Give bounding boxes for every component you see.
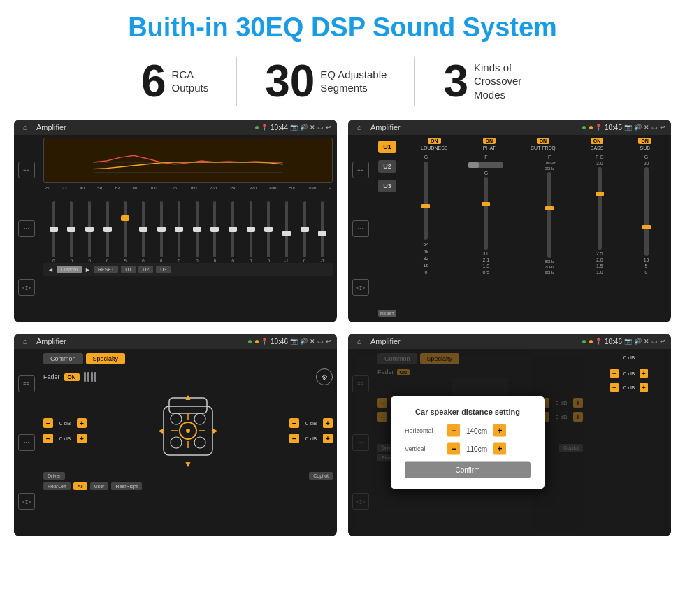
home-icon-3[interactable]: ⌂ [20, 336, 31, 347]
dist-horizontal-label: Horizontal [405, 427, 443, 434]
cr-on-cutfreq[interactable]: ON [537, 138, 550, 144]
fd-btn-driver[interactable]: Driver [43, 472, 65, 480]
eq-u3-btn[interactable]: U3 [156, 266, 171, 273]
cam-icon-3: 📷 [290, 338, 298, 345]
status-bar-3: ⌂ Amplifier 📍 10:46 📷 🔊 ✕ ▭ ↩ [14, 334, 337, 349]
dist-vertical-plus[interactable]: + [493, 443, 506, 455]
eq-u2-btn[interactable]: U2 [138, 266, 153, 273]
dist-right-panel: 0 dB − 0 dB + − 0 dB + [587, 349, 671, 536]
dist-db-row-2: − 0 dB + [610, 383, 648, 392]
dist-icon-1: ≡≡ [352, 375, 369, 392]
eq-icon-1[interactable]: ≡≡ [18, 162, 35, 178]
screen1-title: Amplifier [36, 123, 252, 131]
screen-crossover: ⌂ Amplifier 📍 10:45 📷 🔊 ✕ ▭ ↩ ≡≡ 〰 ◁▷ [348, 120, 671, 322]
fd-right-arrow[interactable]: ► [211, 426, 219, 436]
eq-u1-btn[interactable]: U1 [121, 266, 136, 273]
cr-reset-btn[interactable]: RESET [378, 310, 396, 317]
fd-on-btn[interactable]: ON [64, 373, 80, 381]
cr-u2-btn[interactable]: U2 [378, 160, 396, 173]
rect-icon-2: ▭ [651, 124, 658, 131]
cr-u3-btn[interactable]: U3 [378, 180, 396, 192]
fd-btn-all[interactable]: All [73, 482, 87, 490]
screen-fader: ⌂ Amplifier 📍 10:46 📷 🔊 ✕ ▭ ↩ ≡≡ 〰 ◁▷ [14, 334, 337, 536]
fd-bottom-btns-2: RearLeft All User RearRight [43, 482, 333, 490]
home-icon-4[interactable]: ⌂ [354, 336, 365, 347]
dist-vertical-minus[interactable]: − [447, 443, 460, 455]
fd-up-arrow[interactable]: ▲ [184, 392, 192, 402]
fd-settings-icon[interactable]: ⚙ [316, 368, 333, 385]
screen3-title: Amplifier [36, 337, 245, 345]
x-icon-2: ✕ [644, 124, 649, 131]
fd-btn-rearleft[interactable]: RearLeft [43, 482, 71, 490]
eq-custom-btn[interactable]: Custom [57, 266, 82, 273]
eq-sidebar: ≡≡ 〰 ◁▷ [14, 135, 39, 322]
stats-row: 6 RCAOutputs 30 EQ AdjustableSegments 3 … [0, 51, 685, 117]
dist-icon-3: ◁▷ [352, 493, 369, 510]
fd-plus-rr[interactable]: + [323, 434, 333, 443]
eq-prev-btn[interactable]: ◄ [48, 266, 54, 273]
cr-eq-icon-2[interactable]: 〰 [352, 220, 369, 237]
eq-play-btn[interactable]: ► [85, 266, 91, 273]
dist-vertical-label: Vertical [405, 445, 443, 452]
time-2: 10:45 [605, 124, 622, 131]
fd-down-arrow[interactable]: ▼ [184, 459, 192, 469]
fd-sidebar: ≡≡ 〰 ◁▷ [14, 349, 39, 536]
fd-minus-fl[interactable]: − [43, 418, 53, 428]
fd-btn-rearright[interactable]: RearRight [111, 482, 142, 490]
stat-rca: 6 RCAOutputs [113, 59, 236, 103]
cr-eq-icon-1[interactable]: ≡≡ [352, 162, 369, 178]
dist-db-minus-2[interactable]: − [610, 383, 619, 392]
dist-confirm-btn[interactable]: Confirm [405, 462, 531, 478]
cr-on-sub[interactable]: ON [638, 138, 651, 144]
dist-vertical-row: Vertical − 110cm + [405, 443, 531, 455]
svg-point-6 [194, 413, 206, 424]
cr-on-loudness[interactable]: ON [428, 138, 441, 144]
cr-on-phat[interactable]: ON [483, 138, 496, 144]
home-icon-2[interactable]: ⌂ [354, 122, 365, 133]
fd-plus-fr[interactable]: + [323, 418, 333, 428]
stat-eq: 30 EQ AdjustableSegments [237, 59, 414, 103]
fd-icon-3[interactable]: ◁▷ [18, 493, 35, 510]
fd-btn-user[interactable]: User [90, 482, 109, 490]
fd-minus-rr[interactable]: − [289, 434, 299, 443]
fd-plus-fl[interactable]: + [77, 418, 87, 428]
eq-icon-3[interactable]: ◁▷ [18, 279, 35, 296]
status-icons-1: 📍 10:44 📷 🔊 ✕ ▭ ↩ [255, 124, 331, 131]
cr-headers: ON LOUDNESS ON PHAT ON CUT FREQ ON BASS [404, 138, 668, 150]
fd-db-rl: − 0 dB + [43, 434, 87, 443]
svg-point-10 [186, 429, 190, 433]
fd-icon-2[interactable]: 〰 [18, 434, 35, 451]
fd-btn-copilot[interactable]: Copilot [309, 472, 333, 480]
fd-tab-common[interactable]: Common [43, 353, 83, 364]
status-icons-2: 📍 10:45 📷 🔊 ✕ ▭ ↩ [582, 124, 665, 131]
dist-horizontal-minus[interactable]: − [447, 424, 460, 437]
cr-name-cutfreq: CUT FREQ [531, 145, 556, 150]
fd-car-area: − 0 dB + − 0 dB + [43, 389, 333, 472]
eq-content: ≡≡ 〰 ◁▷ [14, 135, 337, 322]
cr-reset: RESET [378, 296, 396, 317]
fd-tab-specialty[interactable]: Specialty [86, 353, 126, 364]
dist-horizontal-plus[interactable]: + [493, 424, 506, 437]
dist-bg: ≡≡ 〰 ◁▷ Common Specialty Fader ON [348, 349, 587, 536]
rect-icon-1: ▭ [317, 124, 324, 131]
cr-ch-phat: ON PHAT [483, 138, 496, 150]
home-icon-1[interactable]: ⌂ [20, 122, 31, 133]
fd-minus-rl[interactable]: − [43, 434, 53, 443]
fd-icon-1[interactable]: ≡≡ [18, 375, 35, 392]
fd-minus-fr[interactable]: − [289, 418, 299, 428]
eq-sliders: 0 0 0 0 5 0 0 0 0 0 0 0 0 -1 0 -1 [43, 193, 333, 263]
fd-left-arrow[interactable]: ◄ [157, 426, 165, 436]
dist-db-minus-1[interactable]: − [610, 369, 619, 378]
dist-rp-label: 0 dB [623, 354, 635, 361]
cr-u1-btn[interactable]: U1 [378, 141, 396, 153]
fd-fader-row: Fader ON ⚙ [43, 368, 333, 385]
dist-db-plus-2[interactable]: + [640, 383, 648, 392]
fd-plus-rl[interactable]: + [77, 434, 87, 443]
dist-icon-2: 〰 [352, 434, 369, 451]
cr-eq-icon-3[interactable]: ◁▷ [352, 279, 369, 296]
eq-icon-2[interactable]: 〰 [18, 220, 35, 237]
eq-reset-btn[interactable]: RESET [94, 266, 118, 273]
cr-on-bass[interactable]: ON [591, 138, 604, 144]
cr-ch-loudness: ON LOUDNESS [421, 138, 448, 150]
dist-db-plus-1[interactable]: + [640, 369, 648, 378]
